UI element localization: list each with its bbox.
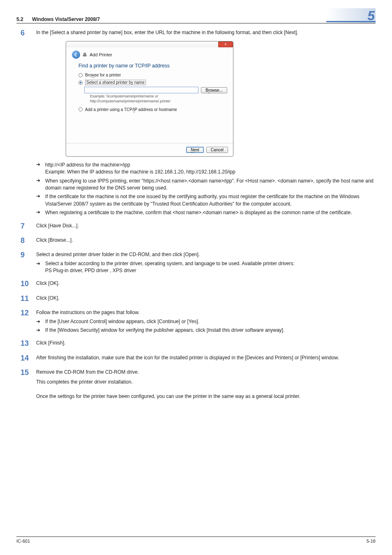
step-10: 10 Click [OK].: [16, 280, 376, 289]
radio-icon: [78, 81, 83, 85]
footer-left: IC-601: [16, 539, 30, 543]
bullet-text: Select a folder according to the printer…: [45, 261, 295, 266]
list-item: ➜ When registering a certificate to the …: [36, 209, 376, 216]
section-number: 5.2: [16, 16, 23, 22]
radio-tcpip-printer[interactable]: Add a printer using a TCP/IP address or …: [78, 107, 227, 112]
step-6: 6 In the [Select a shared printer by nam…: [16, 29, 376, 38]
list-item: ➜ Select a folder according to the print…: [36, 260, 376, 275]
radio-label: Select a shared printer by name: [85, 80, 146, 85]
bullet-text: When registering a certificate to the ma…: [45, 209, 376, 216]
step-12: 12 Follow the instructions on the pages …: [16, 309, 376, 334]
step-text: Select a desired printer driver folder i…: [36, 251, 376, 258]
printer-icon: 🖶: [83, 52, 87, 57]
step-14: 14 After finishing the installation, mak…: [16, 354, 376, 363]
arrow-icon: ➜: [36, 318, 45, 325]
list-item: ➜ If the [Windows Security] window for v…: [36, 327, 376, 334]
step-13: 13 Click [Finish].: [16, 340, 376, 348]
bullet-text: If the certificate for the machine is no…: [45, 193, 376, 208]
step-number: 10: [16, 280, 36, 289]
step-text: Click [OK].: [36, 295, 376, 302]
step-text: Click [Finish].: [36, 340, 376, 347]
browse-button[interactable]: Browse...: [201, 87, 227, 93]
example-text-2: http://computername/printers/printername…: [90, 99, 227, 104]
list-item: ➜ If the [User Account Control] window a…: [36, 318, 376, 325]
arrow-icon: ➜: [36, 193, 45, 208]
step-number: 15: [16, 369, 36, 387]
bullet-sub: Example: When the IP address for the mac…: [45, 169, 235, 175]
bullet-text: If the [Windows Security] window for ver…: [45, 327, 376, 334]
step-text: Remove the CD-ROM from the CD-ROM drive.: [36, 369, 376, 376]
step-number: 12: [16, 309, 36, 334]
cancel-button[interactable]: Cancel: [206, 147, 228, 153]
bullet-text: If the [User Account Control] window app…: [45, 318, 376, 325]
step-number: 6: [16, 29, 36, 38]
arrow-left-icon: [74, 52, 78, 57]
list-item: ➜ If the certificate for the machine is …: [36, 193, 376, 208]
step-intro: In the [Select a shared printer by name]…: [36, 29, 376, 36]
step-15: 15 Remove the CD-ROM from the CD-ROM dri…: [16, 369, 376, 387]
close-button[interactable]: x: [218, 42, 233, 47]
back-button[interactable]: [72, 51, 80, 59]
step-number: 14: [16, 354, 36, 363]
step-11: 11 Click [OK].: [16, 295, 376, 303]
step-text: Follow the instructions on the pages tha…: [36, 309, 376, 316]
radio-label: Browse for a printer: [85, 73, 121, 77]
page-header: 5.2 Windows Vista/Server 2008/7 5: [16, 8, 376, 23]
list-item: ➜ When specifying to use IPPS printing, …: [36, 178, 376, 192]
radio-label: Add a printer using a TCP/IP address or …: [85, 107, 177, 112]
step-number: 11: [16, 295, 36, 303]
chapter-number: 5: [326, 8, 376, 23]
bullet-text: When specifying to use IPPS printing, en…: [45, 178, 376, 192]
arrow-icon: ➜: [36, 260, 45, 275]
closing-paragraph: Once the settings for the printer have b…: [36, 393, 376, 400]
section-title: Windows Vista/Server 2008/7: [32, 16, 100, 22]
page-footer: IC-601 5-18: [16, 536, 376, 543]
step-number: 9: [16, 251, 36, 274]
arrow-icon: ➜: [36, 327, 45, 334]
header-left: 5.2 Windows Vista/Server 2008/7: [16, 16, 100, 22]
radio-browse-printer[interactable]: Browse for a printer: [78, 73, 227, 77]
arrow-icon: ➜: [36, 162, 45, 176]
next-button[interactable]: Next: [186, 147, 204, 153]
step-8: 8 Click [Browse...].: [16, 237, 376, 245]
dialog-title: Add Printer: [90, 52, 112, 57]
step-number: 7: [16, 222, 36, 231]
add-printer-dialog: x 🖶 Add Printer Find a printer by name o…: [66, 41, 376, 156]
step-9: 9 Select a desired printer driver folder…: [16, 251, 376, 274]
radio-icon: [78, 107, 83, 111]
step-number: 8: [16, 237, 36, 245]
step-text: Click [Browse...].: [36, 237, 376, 244]
radio-icon: [78, 73, 83, 77]
step-text: Click [OK].: [36, 280, 376, 287]
step-text: Click [Have Disk...].: [36, 222, 376, 229]
arrow-icon: ➜: [36, 209, 45, 216]
bullet-text: http://<IP address for the machine>/ipp: [45, 162, 130, 168]
step-7: 7 Click [Have Disk...].: [16, 222, 376, 231]
shared-printer-url-input[interactable]: [84, 87, 198, 93]
list-item: ➜ http://<IP address for the machine>/ip…: [36, 162, 376, 176]
step-text: After finishing the installation, make s…: [36, 354, 376, 361]
bullet-sub: PS Plug-in driver, PPD driver , XPS driv…: [45, 268, 136, 273]
arrow-icon: ➜: [36, 178, 45, 192]
step-sub: This completes the printer driver instal…: [36, 379, 376, 386]
dialog-heading: Find a printer by name or TCP/IP address: [78, 63, 227, 69]
footer-right: 5-18: [367, 539, 376, 543]
radio-select-shared-printer[interactable]: Select a shared printer by name: [78, 80, 227, 85]
example-text-1: Example: \\computername\printername or: [90, 94, 227, 99]
step-number: 13: [16, 340, 36, 348]
